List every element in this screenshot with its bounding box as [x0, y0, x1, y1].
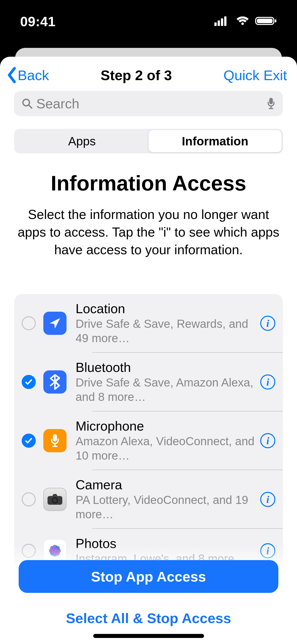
- nav-bar: Back Step 2 of 3 Quick Exit: [0, 57, 297, 88]
- tab-apps[interactable]: Apps: [15, 130, 149, 152]
- page-subtitle: Select the information you no longer wan…: [14, 206, 283, 259]
- checkbox[interactable]: [22, 434, 36, 448]
- svg-rect-10: [275, 19, 276, 22]
- list-item[interactable]: Microphone Amazon Alexa, VideoConnect, a…: [14, 411, 283, 470]
- cellular-icon: [214, 16, 230, 27]
- search-icon: [22, 98, 33, 109]
- chevron-left-icon: [6, 67, 18, 83]
- select-all-stop-button[interactable]: Select All & Stop Access: [19, 610, 278, 626]
- item-subtitle: Amazon Alexa, VideoConnect, and 10 more…: [76, 434, 255, 463]
- status-icons: [214, 16, 277, 27]
- list-item[interactable]: Location Drive Safe & Save, Rewards, and…: [14, 294, 283, 353]
- list-item[interactable]: Bluetooth Drive Safe & Save, Amazon Alex…: [14, 353, 283, 411]
- location-icon: [43, 312, 67, 335]
- back-label: Back: [18, 67, 49, 83]
- status-bar: 09:41: [0, 0, 297, 48]
- svg-rect-4: [214, 24, 217, 26]
- svg-rect-7: [224, 24, 226, 26]
- svg-rect-16: [53, 434, 57, 441]
- item-title: Microphone: [76, 418, 255, 434]
- search-input[interactable]: Search: [14, 91, 283, 116]
- segmented-control: Apps Information: [14, 129, 283, 153]
- checkbox[interactable]: [22, 492, 36, 506]
- sheet: Back Step 2 of 3 Quick Exit Search Apps …: [0, 57, 297, 644]
- camera-icon: [43, 488, 67, 511]
- battery-icon: [255, 16, 277, 27]
- item-subtitle: Drive Safe & Save, Rewards, and 49 more…: [76, 317, 255, 346]
- info-button[interactable]: i: [260, 492, 275, 507]
- svg-rect-9: [257, 19, 273, 23]
- svg-rect-5: [218, 24, 220, 26]
- svg-rect-6: [221, 24, 223, 26]
- item-title: Camera: [76, 477, 255, 492]
- nav-title: Step 2 of 3: [101, 67, 172, 83]
- svg-rect-13: [269, 98, 273, 104]
- stop-app-access-button[interactable]: Stop App Access: [19, 560, 278, 593]
- header-block: Information Access Select the informatio…: [0, 156, 297, 259]
- item-title: Bluetooth: [76, 360, 255, 375]
- info-button[interactable]: i: [260, 433, 275, 448]
- item-subtitle: Drive Safe & Save, Amazon Alexa, and 8 m…: [76, 375, 255, 404]
- wifi-icon: [236, 16, 250, 27]
- item-subtitle: PA Lottery, VideoConnect, and 19 more…: [76, 493, 255, 522]
- bluetooth-icon: [43, 370, 67, 394]
- checkbox[interactable]: [22, 375, 36, 389]
- home-indicator[interactable]: [93, 634, 204, 638]
- search-placeholder: Search: [36, 96, 267, 111]
- status-time: 09:41: [20, 14, 56, 29]
- item-title: Location: [76, 301, 255, 316]
- dictation-icon[interactable]: [267, 97, 275, 110]
- info-button[interactable]: i: [260, 374, 275, 390]
- svg-line-12: [29, 105, 32, 108]
- quick-exit-button[interactable]: Quick Exit: [223, 67, 287, 83]
- list-item[interactable]: Camera PA Lottery, VideoConnect, and 19 …: [14, 470, 283, 529]
- tab-information[interactable]: Information: [149, 130, 282, 152]
- page-title: Information Access: [14, 171, 283, 196]
- svg-point-21: [53, 498, 57, 502]
- microphone-icon: [43, 429, 67, 452]
- checkbox[interactable]: [22, 316, 36, 330]
- footer: Stop App Access Select All & Stop Access: [0, 545, 297, 644]
- info-button[interactable]: i: [260, 316, 275, 331]
- back-button[interactable]: Back: [6, 67, 49, 83]
